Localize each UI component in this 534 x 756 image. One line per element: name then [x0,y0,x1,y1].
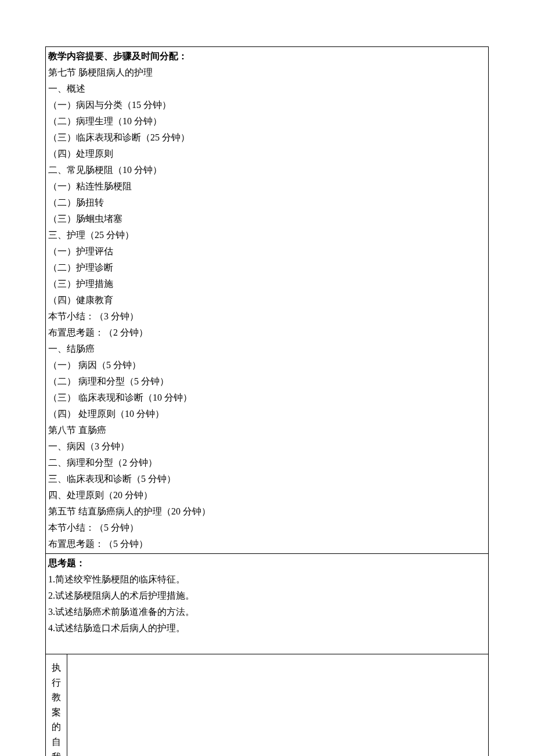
self-analysis-label-cell: 执行教案的自我分 [46,654,67,757]
content-line: （二）病理生理（10 分钟） [48,113,486,129]
content-line: 二、病理和分型（2 分钟） [48,455,486,471]
vertical-label: 执行教案的自我分 [52,663,61,756]
questions-cell: 思考题： 1.简述绞窄性肠梗阻的临床特征。 2.试述肠梗阻病人的术后护理措施。 … [46,554,489,654]
content-line: （二） 病理和分型（5 分钟） [48,373,486,390]
section2-header: 思考题： [48,555,486,571]
content-line: 二、常见肠梗阻（10 分钟） [48,162,486,178]
question-line: 2.试述肠梗阻病人的术后护理措施。 [48,588,486,604]
content-line: 第五节 结直肠癌病人的护理（20 分钟） [48,503,486,520]
content-line: 布置思考题：（2 分钟） [48,325,486,341]
document-table: 教学内容提要、步骤及时间分配： 第七节 肠梗阻病人的护理 一、概述 （一）病因与… [45,46,489,756]
content-line: 一、病因（3 分钟） [48,438,486,455]
content-line: 三、临床表现和诊断（5 分钟） [48,471,486,487]
content-line: （一）粘连性肠梗阻 [48,178,486,195]
content-line: 一、结肠癌 [48,341,486,357]
section1-header: 教学内容提要、步骤及时间分配： [48,48,486,64]
question-line: 3.试述结肠癌术前肠道准备的方法。 [48,604,486,620]
content-line: 本节小结：（3 分钟） [48,308,486,325]
content-line: （二）肠扭转 [48,195,486,211]
content-line: （三）肠蛔虫堵塞 [48,211,486,227]
question-line: 1.简述绞窄性肠梗阻的临床特征。 [48,571,486,588]
content-line: （一）护理评估 [48,243,486,260]
content-line: 本节小结：（5 分钟） [48,520,486,536]
content-line: 布置思考题：（5 分钟） [48,536,486,552]
content-line: （四）健康教育 [48,292,486,308]
question-line: 4.试述结肠造口术后病人的护理。 [48,620,486,636]
content-line: 第八节 直肠癌 [48,422,486,438]
content-line: （四） 处理原则（10 分钟） [48,406,486,422]
content-line: 四、处理原则（20 分钟） [48,487,486,503]
content-line: （二）护理诊断 [48,260,486,276]
content-line: 一、概述 [48,81,486,97]
content-line: （一） 病因（5 分钟） [48,357,486,373]
content-line: （一）病因与分类（15 分钟） [48,97,486,113]
content-line: 第七节 肠梗阻病人的护理 [48,64,486,81]
content-line: （三）护理措施 [48,276,486,292]
self-analysis-content-cell [67,654,489,757]
content-line: （四）处理原则 [48,146,486,162]
teaching-content-cell: 教学内容提要、步骤及时间分配： 第七节 肠梗阻病人的护理 一、概述 （一）病因与… [46,47,489,554]
content-line: （三） 临床表现和诊断（10 分钟） [48,390,486,406]
content-line: （三）临床表现和诊断（25 分钟） [48,129,486,146]
content-line: 三、护理（25 分钟） [48,227,486,243]
